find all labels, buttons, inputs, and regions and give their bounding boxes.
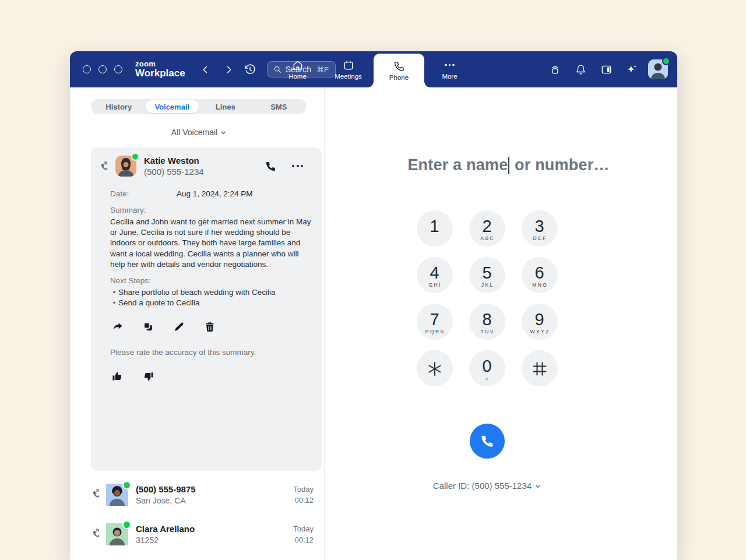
- share-button[interactable]: [111, 321, 123, 333]
- call-item-subtitle: 31252: [136, 536, 195, 545]
- tab-history[interactable]: History: [92, 100, 146, 113]
- dialpad-key-7[interactable]: 7 PQRS: [417, 304, 453, 340]
- copy-button[interactable]: [142, 321, 154, 333]
- sidebar-toggle-icon: [600, 64, 613, 76]
- tab-home[interactable]: Home: [272, 51, 323, 87]
- next-step-text: Share portfolio of beach wedding with Ce…: [118, 287, 275, 298]
- logo-workplace: Workplace: [135, 68, 185, 79]
- dialpad-key-3[interactable]: 3 DEF: [522, 210, 558, 246]
- tab-lines[interactable]: Lines: [199, 100, 252, 113]
- caret-down-icon: [535, 484, 541, 489]
- next-steps-label: Next Steps:: [110, 276, 310, 285]
- dial-number-input[interactable]: Enter a name or number…: [407, 156, 609, 174]
- dialpad-key-star[interactable]: [417, 350, 453, 386]
- presence-dot: [132, 154, 138, 160]
- date-value: Aug 1, 2024, 2:24 PM: [177, 189, 253, 198]
- tab-voicemail[interactable]: Voicemail: [146, 100, 199, 113]
- edit-button[interactable]: [173, 321, 185, 333]
- dialpad-key-pound[interactable]: [522, 350, 558, 386]
- dialpad-key-6[interactable]: 6 MNO: [522, 257, 558, 293]
- dialpad-key-8[interactable]: 8 TUV: [469, 304, 505, 340]
- chevron-right-icon: [224, 65, 233, 74]
- dialpad-key-2[interactable]: 2 ABC: [469, 210, 505, 246]
- outgoing-call-icon: [91, 489, 103, 501]
- back-button[interactable]: [198, 62, 213, 77]
- call-item-name: (500) 555-9875: [136, 484, 196, 494]
- call-button[interactable]: [470, 424, 505, 459]
- app-logo: zoom Workplace: [135, 60, 185, 78]
- tab-home-label: Home: [288, 73, 307, 80]
- device-button[interactable]: [546, 60, 564, 79]
- titlebar: zoom Workplace Search ⌘F Home Meetings: [70, 51, 677, 87]
- window-controls: [83, 65, 122, 73]
- trash-icon: [204, 321, 216, 333]
- voicemail-contact-number: (500) 555-1234: [144, 167, 204, 177]
- dialpad-key-1[interactable]: 1: [417, 210, 453, 246]
- date-label: Date:: [110, 189, 177, 198]
- pencil-icon: [173, 321, 185, 333]
- tab-more[interactable]: More: [424, 51, 475, 87]
- voicemail-contact-name: Katie Weston: [144, 156, 204, 165]
- tab-meetings[interactable]: Meetings: [323, 51, 374, 87]
- caller-id-label: Caller ID: (500) 555-1234: [433, 481, 532, 491]
- tab-sms[interactable]: SMS: [252, 100, 306, 113]
- next-steps-list: •Share portfolio of beach wedding with C…: [110, 287, 310, 308]
- tab-phone-label: Phone: [389, 74, 409, 81]
- window-control-minimize-icon[interactable]: [98, 65, 107, 73]
- bullet: •: [110, 298, 118, 308]
- more-options-button[interactable]: [292, 165, 303, 167]
- sidebar-toggle-button[interactable]: [597, 60, 615, 79]
- share-icon: [111, 321, 123, 333]
- user-avatar[interactable]: [648, 59, 668, 79]
- thumbs-down-button[interactable]: [143, 371, 154, 382]
- main-nav: Home Meetings Phone More: [272, 51, 475, 87]
- sidebar-tabs: History Voicemail Lines SMS: [91, 99, 307, 114]
- caret-down-icon: [220, 130, 226, 136]
- voicemail-filter-label: All Voicemail: [171, 128, 217, 137]
- voicemail-card[interactable]: Katie Weston (500) 555-1234 Dat: [91, 147, 322, 471]
- tab-phone[interactable]: Phone: [374, 54, 424, 87]
- tab-more-label: More: [442, 73, 457, 80]
- call-list-item[interactable]: [91, 556, 322, 560]
- phone-icon: [480, 434, 495, 449]
- window-control-close-icon[interactable]: [83, 65, 91, 73]
- thumbs-up-button[interactable]: [111, 371, 123, 382]
- copy-icon: [142, 321, 154, 333]
- next-step-item: •Send a quote to Cecilia: [110, 298, 310, 308]
- dialpad-key-4[interactable]: 4 GHI: [417, 257, 453, 293]
- forward-button[interactable]: [221, 62, 237, 77]
- call-item-subtitle: San Jose, CA: [136, 496, 196, 505]
- bell-icon: [575, 64, 587, 76]
- outgoing-call-icon: [99, 161, 111, 173]
- ai-companion-button[interactable]: [622, 60, 641, 79]
- chevron-left-icon: [201, 65, 210, 74]
- dialpad-key-9[interactable]: 9 WXYZ: [522, 304, 558, 340]
- call-item-date: Today: [293, 523, 314, 534]
- text-cursor: [508, 157, 509, 174]
- call-item-duration: 00:12: [293, 495, 314, 506]
- caller-id-dropdown[interactable]: Caller ID: (500) 555-1234: [433, 481, 541, 491]
- next-step-text: Send a quote to Cecilia: [118, 298, 200, 308]
- dialpad-key-5[interactable]: 5 JKL: [469, 257, 505, 293]
- window-control-zoom-icon[interactable]: [114, 65, 122, 73]
- contact-avatar: [106, 484, 128, 506]
- dialpad-key-0[interactable]: 0 +: [469, 350, 505, 386]
- summary-text: Cecilia and John want to get married nex…: [110, 217, 311, 270]
- call-item-duration: 00:12: [293, 534, 314, 545]
- dial-input-placeholder: Enter a name: [407, 156, 508, 174]
- voicemail-filter-dropdown[interactable]: All Voicemail: [91, 126, 307, 138]
- call-item-name: Clara Arellano: [136, 524, 195, 534]
- presence-dot: [124, 482, 130, 488]
- delete-button[interactable]: [204, 321, 216, 333]
- dial-input-placeholder: or number…: [510, 156, 609, 174]
- call-back-button[interactable]: [265, 160, 277, 172]
- logo-zoom: zoom: [135, 60, 185, 68]
- summary-label: Summary:: [110, 206, 310, 214]
- notifications-button[interactable]: [571, 60, 590, 79]
- history-button[interactable]: [241, 61, 259, 78]
- call-list-item[interactable]: (500) 555-9875 San Jose, CA Today 00:12: [91, 478, 322, 512]
- tab-meetings-label: Meetings: [335, 73, 362, 80]
- home-icon: [292, 59, 304, 71]
- contact-avatar: [115, 156, 136, 177]
- call-list-item[interactable]: Clara Arellano 31252 Today 00:12: [91, 517, 322, 551]
